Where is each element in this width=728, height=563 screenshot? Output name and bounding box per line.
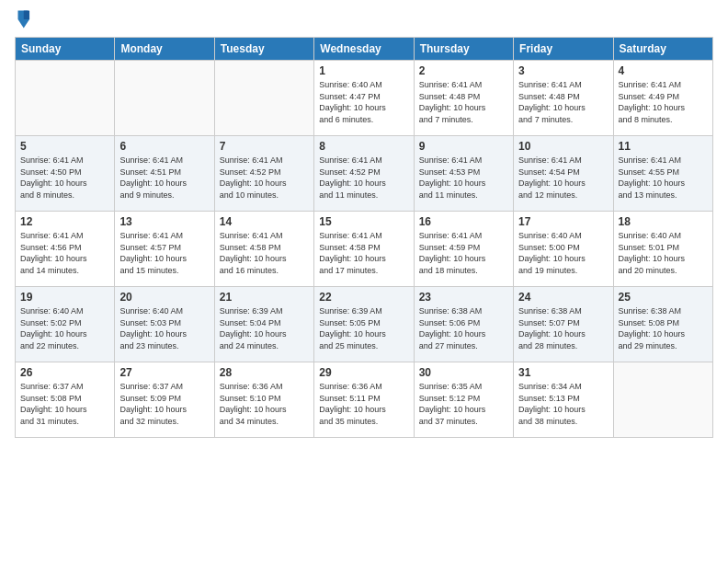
day-info: Sunrise: 6:37 AM Sunset: 5:08 PM Dayligh… bbox=[20, 381, 109, 427]
day-number: 9 bbox=[419, 140, 508, 153]
day-info: Sunrise: 6:41 AM Sunset: 4:54 PM Dayligh… bbox=[518, 155, 608, 201]
day-cell: 8Sunrise: 6:41 AM Sunset: 4:52 PM Daylig… bbox=[314, 136, 414, 212]
day-number: 10 bbox=[518, 140, 608, 153]
day-cell: 7Sunrise: 6:41 AM Sunset: 4:52 PM Daylig… bbox=[214, 136, 313, 212]
day-number: 26 bbox=[20, 366, 109, 379]
day-header-tuesday: Tuesday bbox=[214, 38, 313, 61]
day-cell: 12Sunrise: 6:41 AM Sunset: 4:56 PM Dayli… bbox=[16, 212, 115, 287]
day-info: Sunrise: 6:40 AM Sunset: 5:02 PM Dayligh… bbox=[20, 305, 109, 351]
day-number: 23 bbox=[419, 291, 508, 304]
day-info: Sunrise: 6:41 AM Sunset: 4:58 PM Dayligh… bbox=[319, 230, 408, 276]
day-number: 27 bbox=[119, 366, 209, 379]
day-number: 21 bbox=[220, 291, 309, 304]
day-cell: 13Sunrise: 6:41 AM Sunset: 4:57 PM Dayli… bbox=[115, 212, 214, 287]
day-info: Sunrise: 6:41 AM Sunset: 4:53 PM Dayligh… bbox=[419, 155, 508, 201]
day-number: 25 bbox=[619, 291, 708, 304]
day-number: 17 bbox=[518, 215, 608, 228]
day-number: 4 bbox=[619, 64, 708, 77]
day-info: Sunrise: 6:37 AM Sunset: 5:09 PM Dayligh… bbox=[119, 381, 209, 427]
day-cell: 2Sunrise: 6:41 AM Sunset: 4:48 PM Daylig… bbox=[414, 61, 513, 136]
day-info: Sunrise: 6:34 AM Sunset: 5:13 PM Dayligh… bbox=[518, 381, 608, 427]
day-info: Sunrise: 6:36 AM Sunset: 5:11 PM Dayligh… bbox=[319, 381, 408, 427]
page: SundayMondayTuesdayWednesdayThursdayFrid… bbox=[0, 0, 728, 563]
day-cell: 11Sunrise: 6:41 AM Sunset: 4:55 PM Dayli… bbox=[613, 136, 712, 212]
day-header-wednesday: Wednesday bbox=[314, 38, 414, 61]
day-cell: 31Sunrise: 6:34 AM Sunset: 5:13 PM Dayli… bbox=[514, 362, 613, 438]
calendar: SundayMondayTuesdayWednesdayThursdayFrid… bbox=[15, 37, 713, 438]
day-header-sunday: Sunday bbox=[16, 38, 115, 61]
day-header-monday: Monday bbox=[115, 38, 214, 61]
day-number: 16 bbox=[419, 215, 508, 228]
calendar-header-row: SundayMondayTuesdayWednesdayThursdayFrid… bbox=[16, 38, 713, 61]
day-cell bbox=[115, 61, 214, 136]
day-info: Sunrise: 6:40 AM Sunset: 4:47 PM Dayligh… bbox=[319, 79, 408, 125]
day-cell: 19Sunrise: 6:40 AM Sunset: 5:02 PM Dayli… bbox=[16, 287, 115, 362]
day-info: Sunrise: 6:41 AM Sunset: 4:58 PM Dayligh… bbox=[220, 230, 309, 276]
day-info: Sunrise: 6:39 AM Sunset: 5:04 PM Dayligh… bbox=[220, 305, 309, 351]
day-number: 13 bbox=[119, 215, 209, 228]
day-cell: 21Sunrise: 6:39 AM Sunset: 5:04 PM Dayli… bbox=[214, 287, 313, 362]
week-row-2: 5Sunrise: 6:41 AM Sunset: 4:50 PM Daylig… bbox=[16, 136, 713, 212]
day-info: Sunrise: 6:41 AM Sunset: 4:50 PM Dayligh… bbox=[20, 155, 109, 201]
day-cell: 16Sunrise: 6:41 AM Sunset: 4:59 PM Dayli… bbox=[414, 212, 513, 287]
week-row-4: 19Sunrise: 6:40 AM Sunset: 5:02 PM Dayli… bbox=[16, 287, 713, 362]
day-number: 1 bbox=[319, 64, 408, 77]
day-info: Sunrise: 6:41 AM Sunset: 4:49 PM Dayligh… bbox=[619, 79, 708, 125]
day-cell: 23Sunrise: 6:38 AM Sunset: 5:06 PM Dayli… bbox=[414, 287, 513, 362]
day-header-friday: Friday bbox=[514, 38, 613, 61]
day-number: 3 bbox=[518, 64, 608, 77]
day-cell: 18Sunrise: 6:40 AM Sunset: 5:01 PM Dayli… bbox=[613, 212, 712, 287]
day-number: 22 bbox=[319, 291, 408, 304]
day-header-thursday: Thursday bbox=[414, 38, 513, 61]
day-cell: 28Sunrise: 6:36 AM Sunset: 5:10 PM Dayli… bbox=[214, 362, 313, 438]
day-cell: 3Sunrise: 6:41 AM Sunset: 4:48 PM Daylig… bbox=[514, 61, 613, 136]
day-cell: 17Sunrise: 6:40 AM Sunset: 5:00 PM Dayli… bbox=[514, 212, 613, 287]
day-cell: 1Sunrise: 6:40 AM Sunset: 4:47 PM Daylig… bbox=[314, 61, 414, 136]
logo-icon bbox=[15, 9, 31, 29]
day-cell: 25Sunrise: 6:38 AM Sunset: 5:08 PM Dayli… bbox=[613, 287, 712, 362]
day-cell: 22Sunrise: 6:39 AM Sunset: 5:05 PM Dayli… bbox=[314, 287, 414, 362]
day-cell: 5Sunrise: 6:41 AM Sunset: 4:50 PM Daylig… bbox=[16, 136, 115, 212]
day-info: Sunrise: 6:41 AM Sunset: 4:51 PM Dayligh… bbox=[119, 155, 209, 201]
day-info: Sunrise: 6:41 AM Sunset: 4:52 PM Dayligh… bbox=[220, 155, 309, 201]
day-number: 28 bbox=[220, 366, 309, 379]
svg-marker-1 bbox=[24, 11, 29, 19]
day-cell: 10Sunrise: 6:41 AM Sunset: 4:54 PM Dayli… bbox=[514, 136, 613, 212]
day-number: 31 bbox=[518, 366, 608, 379]
day-info: Sunrise: 6:41 AM Sunset: 4:56 PM Dayligh… bbox=[20, 230, 109, 276]
day-cell: 15Sunrise: 6:41 AM Sunset: 4:58 PM Dayli… bbox=[314, 212, 414, 287]
day-cell bbox=[214, 61, 313, 136]
day-info: Sunrise: 6:41 AM Sunset: 4:52 PM Dayligh… bbox=[319, 155, 408, 201]
day-info: Sunrise: 6:41 AM Sunset: 4:48 PM Dayligh… bbox=[518, 79, 608, 125]
day-number: 11 bbox=[619, 140, 708, 153]
day-number: 6 bbox=[119, 140, 209, 153]
day-number: 20 bbox=[119, 291, 209, 304]
day-number: 8 bbox=[319, 140, 408, 153]
week-row-1: 1Sunrise: 6:40 AM Sunset: 4:47 PM Daylig… bbox=[16, 61, 713, 136]
day-info: Sunrise: 6:36 AM Sunset: 5:10 PM Dayligh… bbox=[220, 381, 309, 427]
day-info: Sunrise: 6:38 AM Sunset: 5:07 PM Dayligh… bbox=[518, 305, 608, 351]
day-cell bbox=[16, 61, 115, 136]
day-info: Sunrise: 6:40 AM Sunset: 5:00 PM Dayligh… bbox=[518, 230, 608, 276]
day-info: Sunrise: 6:40 AM Sunset: 5:03 PM Dayligh… bbox=[119, 305, 209, 351]
day-number: 2 bbox=[419, 64, 508, 77]
day-info: Sunrise: 6:40 AM Sunset: 5:01 PM Dayligh… bbox=[619, 230, 708, 276]
week-row-5: 26Sunrise: 6:37 AM Sunset: 5:08 PM Dayli… bbox=[16, 362, 713, 438]
day-info: Sunrise: 6:41 AM Sunset: 4:59 PM Dayligh… bbox=[419, 230, 508, 276]
day-cell: 30Sunrise: 6:35 AM Sunset: 5:12 PM Dayli… bbox=[414, 362, 513, 438]
day-number: 15 bbox=[319, 215, 408, 228]
day-cell: 4Sunrise: 6:41 AM Sunset: 4:49 PM Daylig… bbox=[613, 61, 712, 136]
day-cell bbox=[613, 362, 712, 438]
day-info: Sunrise: 6:38 AM Sunset: 5:08 PM Dayligh… bbox=[619, 305, 708, 351]
day-info: Sunrise: 6:38 AM Sunset: 5:06 PM Dayligh… bbox=[419, 305, 508, 351]
day-number: 14 bbox=[220, 215, 309, 228]
day-cell: 6Sunrise: 6:41 AM Sunset: 4:51 PM Daylig… bbox=[115, 136, 214, 212]
day-number: 7 bbox=[220, 140, 309, 153]
day-cell: 29Sunrise: 6:36 AM Sunset: 5:11 PM Dayli… bbox=[314, 362, 414, 438]
day-number: 30 bbox=[419, 366, 508, 379]
day-number: 5 bbox=[20, 140, 109, 153]
day-info: Sunrise: 6:41 AM Sunset: 4:55 PM Dayligh… bbox=[619, 155, 708, 201]
day-cell: 9Sunrise: 6:41 AM Sunset: 4:53 PM Daylig… bbox=[414, 136, 513, 212]
day-number: 19 bbox=[20, 291, 109, 304]
day-cell: 14Sunrise: 6:41 AM Sunset: 4:58 PM Dayli… bbox=[214, 212, 313, 287]
